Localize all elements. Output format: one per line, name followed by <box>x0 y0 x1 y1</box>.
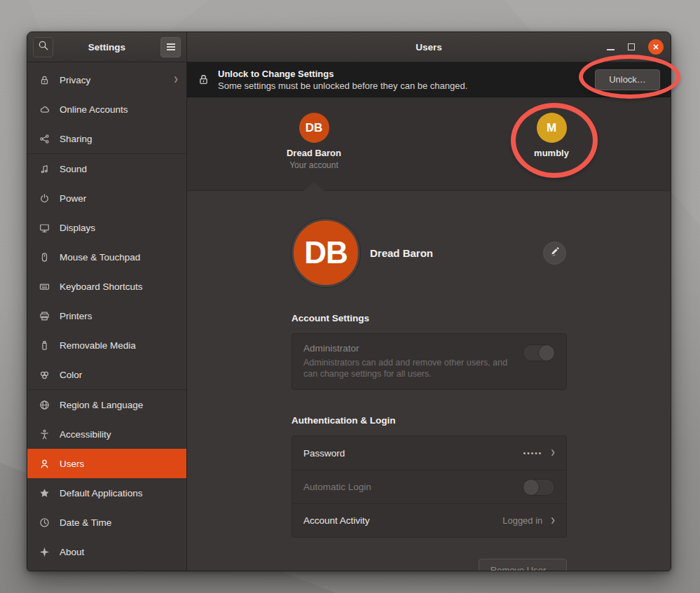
profile-avatar[interactable]: DB <box>291 218 360 287</box>
unlock-banner-subtitle: Some settings must be unlocked before th… <box>218 81 586 91</box>
search-icon <box>38 40 49 54</box>
selected-user-pointer <box>303 182 324 191</box>
sidebar-item-label: Keyboard Shortcuts <box>60 281 178 292</box>
sidebar-item-label: Color <box>60 370 178 380</box>
chevron-right-icon: › <box>174 71 178 89</box>
app-title: Settings <box>53 42 160 53</box>
display-icon <box>39 222 50 233</box>
user-name: Dread Baron <box>287 148 341 158</box>
sidebar-item-label: Sound <box>60 164 178 174</box>
automatic-login-toggle[interactable] <box>523 479 555 496</box>
close-icon[interactable]: × <box>648 39 664 55</box>
sidebar-item-users[interactable]: Users <box>27 449 186 478</box>
sound-icon <box>39 163 50 174</box>
remove-row: Remove User… <box>291 559 567 571</box>
avatar-initials: DB <box>306 121 323 135</box>
sidebar-item-label: Displays <box>60 223 178 233</box>
unlock-button[interactable]: Unlock… <box>595 69 660 90</box>
sidebar-item-region-language[interactable]: Region & Language <box>27 390 186 419</box>
sidebar-item-label: Privacy <box>60 75 164 85</box>
administrator-toggle[interactable] <box>523 344 555 361</box>
sidebar-item-label: Region & Language <box>60 400 178 410</box>
sidebar-item-date-time[interactable]: Date & Time <box>27 508 186 537</box>
toggle-knob <box>523 479 540 496</box>
sidebar-header: Settings <box>27 32 186 62</box>
keyboard-icon <box>39 281 50 292</box>
sidebar-item-label: Sharing <box>60 134 178 144</box>
unlock-banner: Unlock to Change Settings Some settings … <box>187 62 671 97</box>
avatar: DB <box>299 113 329 143</box>
sidebar-item-label: Users <box>60 459 178 469</box>
edit-name-button[interactable] <box>543 242 566 265</box>
mouse-icon <box>39 251 50 263</box>
sidebar-item-label: Power <box>60 193 178 204</box>
user-chip-dread-baron[interactable]: DB Dread Baron Your account <box>265 113 363 170</box>
sidebar-item-printers[interactable]: Printers <box>27 301 186 330</box>
sidebar-list: Privacy › Online Accounts Sharing Sound … <box>27 62 186 571</box>
star-icon <box>39 487 50 498</box>
user-subtitle: Your account <box>289 160 338 170</box>
sidebar-item-online-accounts[interactable]: Online Accounts <box>27 95 186 124</box>
sidebar-item-sharing[interactable]: Sharing <box>27 124 186 153</box>
sidebar-item-sound[interactable]: Sound <box>27 154 186 183</box>
sidebar-item-label: About <box>60 547 178 557</box>
sidebar-item-removable-media[interactable]: Removable Media <box>27 330 186 360</box>
sidebar-item-label: Printers <box>60 311 178 321</box>
sidebar-item-label: Online Accounts <box>60 104 178 115</box>
avatar-initials: DB <box>304 235 348 270</box>
titlebar: Users × <box>187 32 671 62</box>
minimize-icon[interactable] <box>607 49 615 50</box>
avatar-initials: M <box>547 121 556 135</box>
sidebar-item-displays[interactable]: Displays <box>27 213 186 242</box>
sidebar-item-label: Date & Time <box>60 517 178 528</box>
sidebar-item-label: Mouse & Touchpad <box>60 252 178 263</box>
clock-icon <box>39 517 50 528</box>
lock-icon <box>39 74 50 85</box>
password-label: Password <box>303 448 523 459</box>
sidebar-item-privacy[interactable]: Privacy › <box>27 65 186 95</box>
maximize-icon[interactable] <box>628 43 635 50</box>
search-button[interactable] <box>33 37 53 57</box>
sidebar-item-keyboard-shortcuts[interactable]: Keyboard Shortcuts <box>27 272 186 301</box>
avatar: M <box>537 113 567 143</box>
sidebar-item-about[interactable]: About <box>27 537 186 566</box>
user-details: DB Dread Baron Account Settings Administ… <box>187 191 671 571</box>
profile-name: Dread Baron <box>370 247 433 259</box>
share-icon <box>39 133 50 144</box>
unlock-banner-title: Unlock to Change Settings <box>218 69 586 79</box>
automatic-login-row: Automatic Login <box>292 470 566 503</box>
profile-row: DB Dread Baron <box>291 218 567 288</box>
user-chip-mumbly[interactable]: M mumbly <box>502 113 601 158</box>
account-activity-label: Account Activity <box>303 515 502 526</box>
power-icon <box>39 193 50 204</box>
sparkle-icon <box>39 546 50 557</box>
window-title: Users <box>187 42 671 53</box>
account-settings-card: Administrator Administrators can add and… <box>291 333 567 390</box>
accessibility-icon <box>39 428 50 440</box>
administrator-row: Administrator Administrators can add and… <box>292 334 566 389</box>
account-activity-value: Logged in <box>502 515 542 526</box>
printer-icon <box>39 310 50 321</box>
sidebar-item-power[interactable]: Power <box>27 183 186 213</box>
administrator-description: Administrators can add and remove other … <box>303 358 513 379</box>
user-carousel: DB Dread Baron Your account M mumbly <box>187 97 671 191</box>
chevron-right-icon: › <box>551 512 555 529</box>
account-activity-row[interactable]: Account Activity Logged in › <box>292 503 566 537</box>
password-row[interactable]: Password ••••• › <box>292 436 566 470</box>
removable-media-icon <box>39 340 50 351</box>
color-icon <box>39 369 50 380</box>
chevron-right-icon: › <box>551 445 555 462</box>
settings-window: Settings Privacy › Online Accounts Shari… <box>27 32 671 571</box>
section-heading-authentication: Authentication & Login <box>291 415 567 426</box>
sidebar-item-accessibility[interactable]: Accessibility <box>27 419 186 449</box>
primary-menu-button[interactable] <box>160 37 181 57</box>
lock-icon <box>197 74 210 85</box>
sidebar-item-label: Default Applications <box>60 488 178 498</box>
remove-user-button[interactable]: Remove User… <box>479 559 567 571</box>
toggle-knob <box>538 344 555 361</box>
password-value: ••••• <box>523 449 543 457</box>
sidebar-item-default-applications[interactable]: Default Applications <box>27 478 186 508</box>
sidebar: Settings Privacy › Online Accounts Shari… <box>27 32 187 571</box>
sidebar-item-mouse-touchpad[interactable]: Mouse & Touchpad <box>27 242 186 272</box>
sidebar-item-color[interactable]: Color <box>27 360 186 389</box>
